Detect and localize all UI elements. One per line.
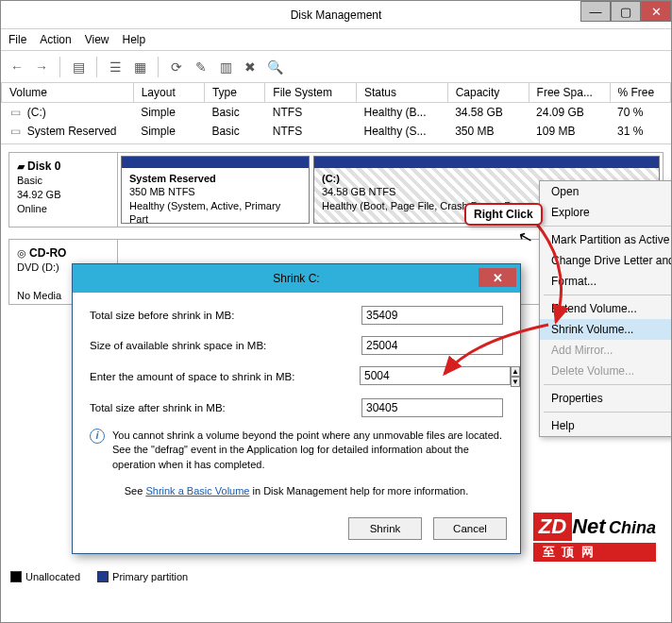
- shrink-dialog: Shrink C: ✕ Total size before shrink in …: [72, 263, 521, 554]
- legend-swatch-primary: [97, 571, 109, 582]
- volume-icon: ▭: [9, 106, 23, 119]
- label-enter-shrink: Enter the amount of space to shrink in M…: [90, 371, 360, 382]
- nav-forward-icon[interactable]: →: [31, 57, 52, 77]
- cm-delete-volume: Delete Volume...: [540, 361, 672, 381]
- partition-name: (C:): [322, 173, 340, 184]
- dialog-titlebar[interactable]: Shrink C: ✕: [73, 264, 520, 293]
- value-total-after: 30405: [361, 398, 503, 417]
- disk-title: CD-RO: [29, 246, 66, 260]
- toolbar-separator: [59, 57, 60, 77]
- label-available: Size of available shrink space in MB:: [90, 340, 361, 351]
- cm-mark-active[interactable]: Mark Partition as Active: [540, 229, 672, 250]
- cm-open[interactable]: Open: [540, 181, 672, 202]
- menubar: File Action View Help: [1, 29, 671, 51]
- spin-up-button[interactable]: ▲: [511, 366, 520, 377]
- close-button[interactable]: ✕: [641, 1, 671, 22]
- refresh-icon[interactable]: ⟳: [166, 57, 187, 77]
- view-tree-icon[interactable]: ☰: [105, 57, 126, 77]
- cm-change-letter[interactable]: Change Drive Letter and: [540, 250, 672, 271]
- label-total-before: Total size before shrink in MB:: [90, 310, 361, 321]
- cm-explore[interactable]: Explore: [540, 202, 672, 223]
- cm-separator: [544, 226, 672, 227]
- cm-separator: [544, 412, 672, 413]
- window-title: Disk Management: [291, 8, 382, 22]
- cm-separator: [544, 384, 672, 385]
- toolbar: ← → ▤ ☰ ▦ ⟳ ✎ ▥ ✖ 🔍: [1, 51, 671, 83]
- nav-back-icon[interactable]: ←: [7, 57, 27, 77]
- disk-title: Disk 0: [27, 160, 60, 173]
- volume-row[interactable]: ▭ System Reserved Simple Basic NTFS Heal…: [2, 122, 671, 141]
- delete-icon[interactable]: ✖: [240, 57, 260, 77]
- cm-add-mirror: Add Mirror...: [540, 340, 672, 361]
- info-icon: i: [90, 429, 105, 444]
- volume-icon: ▭: [9, 125, 23, 138]
- cancel-button[interactable]: Cancel: [433, 517, 507, 540]
- partition-name: System Reserved: [129, 173, 216, 184]
- menu-file[interactable]: File: [8, 33, 26, 46]
- label-total-after: Total size after shrink in MB:: [90, 402, 361, 413]
- col-type[interactable]: Type: [204, 83, 264, 103]
- value-available: 25004: [361, 336, 503, 355]
- volume-header-row: Volume Layout Type File System Status Ca…: [2, 83, 671, 103]
- menu-action[interactable]: Action: [40, 33, 71, 46]
- partition-system-reserved[interactable]: System Reserved 350 MB NTFS Healthy (Sys…: [121, 156, 310, 224]
- toolbar-separator: [96, 57, 97, 77]
- cm-extend-volume[interactable]: Extend Volume...: [540, 298, 672, 319]
- col-pct[interactable]: % Free: [610, 83, 671, 103]
- value-total-before: 35409: [361, 306, 503, 325]
- shrink-help-link[interactable]: Shrink a Basic Volume: [145, 485, 249, 497]
- edit-icon[interactable]: ✎: [191, 57, 211, 77]
- disk-label[interactable]: ▰ Disk 0 Basic 34.92 GB Online: [9, 153, 118, 227]
- disk-icon: ▰: [17, 160, 25, 172]
- cm-shrink-volume[interactable]: Shrink Volume...: [540, 319, 672, 340]
- col-volume[interactable]: Volume: [2, 83, 134, 103]
- minimize-button[interactable]: —: [580, 1, 611, 22]
- legend-swatch-unallocated: [10, 571, 22, 582]
- col-capacity[interactable]: Capacity: [447, 83, 529, 103]
- cdrom-icon: ◎: [17, 247, 26, 259]
- view-list-icon[interactable]: ▤: [68, 57, 89, 77]
- titlebar: Disk Management — ▢ ✕: [1, 1, 671, 29]
- cm-properties[interactable]: Properties: [540, 388, 672, 409]
- find-icon[interactable]: 🔍: [264, 57, 285, 77]
- toolbar-separator: [158, 57, 159, 77]
- maximize-button[interactable]: ▢: [611, 1, 641, 22]
- right-click-callout: Right Click: [464, 203, 543, 226]
- volume-row[interactable]: ▭ (C:) Simple Basic NTFS Healthy (B... 3…: [2, 103, 671, 123]
- col-free[interactable]: Free Spa...: [529, 83, 610, 103]
- dialog-title: Shrink C:: [273, 272, 319, 285]
- watermark: ZDNet China 至 顶 网: [533, 513, 656, 562]
- volume-list[interactable]: Volume Layout Type File System Status Ca…: [1, 83, 671, 144]
- dialog-close-button[interactable]: ✕: [479, 268, 516, 287]
- spin-down-button[interactable]: ▼: [511, 377, 520, 387]
- menu-help[interactable]: Help: [123, 33, 146, 46]
- cm-separator: [544, 295, 672, 295]
- properties-icon[interactable]: ▥: [215, 57, 236, 77]
- menu-view[interactable]: View: [85, 33, 109, 46]
- legend: Unallocated Primary partition: [10, 571, 188, 582]
- shrink-amount-input[interactable]: [360, 366, 511, 385]
- dialog-info-text: You cannot shrink a volume beyond the po…: [112, 429, 503, 472]
- view-grid-icon[interactable]: ▦: [129, 57, 150, 77]
- context-menu: Open Explore Mark Partition as Active Ch…: [539, 180, 672, 437]
- dialog-help-line: See Shrink a Basic Volume in Disk Manage…: [90, 485, 503, 497]
- cm-help[interactable]: Help: [540, 415, 672, 436]
- col-layout[interactable]: Layout: [133, 83, 204, 103]
- col-fs[interactable]: File System: [265, 83, 357, 103]
- shrink-button[interactable]: Shrink: [348, 517, 422, 540]
- cm-format[interactable]: Format...: [540, 271, 672, 292]
- col-status[interactable]: Status: [356, 83, 447, 103]
